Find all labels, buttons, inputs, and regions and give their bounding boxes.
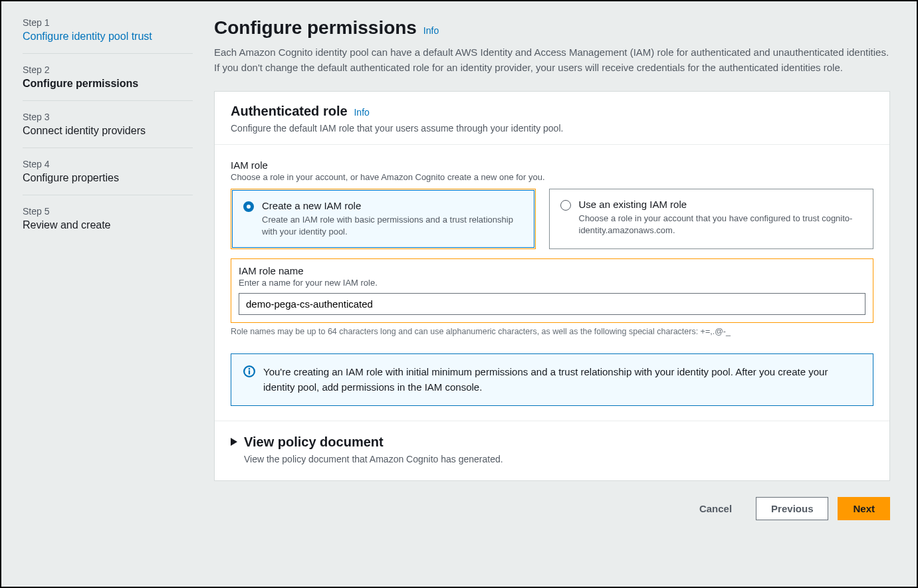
step-2-title: Configure permissions	[23, 78, 193, 90]
role-name-label: IAM role name	[239, 265, 865, 276]
step-4-title: Configure properties	[23, 172, 193, 184]
step-3-title: Connect identity providers	[23, 125, 193, 137]
iam-role-options: Create a new IAM role Create an IAM role…	[231, 189, 873, 249]
card-info-link[interactable]: Info	[354, 107, 369, 118]
cancel-button[interactable]: Cancel	[685, 498, 746, 520]
iam-role-name-field: IAM role name Enter a name for your new …	[232, 260, 872, 322]
step-1-number: Step 1	[23, 17, 193, 28]
step-4-number: Step 4	[23, 159, 193, 169]
role-name-desc: Enter a name for your new IAM role.	[239, 278, 865, 288]
radio-icon	[560, 200, 571, 211]
card-description: Configure the default IAM role that your…	[231, 123, 873, 134]
info-alert: You're creating an IAM role with initial…	[231, 353, 873, 406]
alert-text: You're creating an IAM role with initial…	[263, 365, 861, 395]
previous-button[interactable]: Previous	[756, 497, 828, 520]
card-title: Authenticated role	[231, 104, 348, 118]
svg-rect-2	[249, 371, 250, 375]
svg-point-1	[249, 368, 251, 370]
step-3[interactable]: Step 3 Connect identity providers	[23, 112, 193, 148]
radio-existing-title: Use an existing IAM role	[579, 199, 863, 210]
radio-create-title: Create a new IAM role	[262, 200, 523, 211]
page-description: Each Amazon Cognito identity pool can ha…	[214, 45, 890, 75]
step-1-title: Configure identity pool trust	[23, 31, 193, 43]
page-title: Configure permissions	[214, 17, 417, 38]
svg-marker-3	[231, 438, 237, 446]
create-role-highlight: Create a new IAM role Create an IAM role…	[231, 189, 536, 249]
policy-title: View policy document	[244, 435, 384, 450]
step-2[interactable]: Step 2 Configure permissions	[23, 64, 193, 101]
role-name-constraint: Role names may be up to 64 characters lo…	[231, 327, 873, 336]
policy-document-toggle[interactable]: View policy document	[231, 435, 873, 450]
step-3-number: Step 3	[23, 112, 193, 122]
step-2-number: Step 2	[23, 64, 193, 75]
step-5-number: Step 5	[23, 206, 193, 217]
main-content: Configure permissions Info Each Amazon C…	[214, 1, 917, 587]
caret-right-icon	[231, 438, 237, 447]
policy-desc: View the policy document that Amazon Cog…	[244, 454, 873, 464]
next-button[interactable]: Next	[838, 497, 890, 520]
step-5-title: Review and create	[23, 219, 193, 231]
radio-icon	[243, 201, 254, 212]
radio-create-desc: Create an IAM role with basic permission…	[262, 214, 523, 238]
iam-role-label: IAM role	[231, 159, 873, 171]
wizard-steps-nav: Step 1 Configure identity pool trust Ste…	[1, 1, 214, 587]
footer-actions: Cancel Previous Next	[214, 497, 890, 520]
step-4[interactable]: Step 4 Configure properties	[23, 159, 193, 195]
info-icon	[243, 365, 255, 395]
role-name-input[interactable]	[239, 293, 865, 315]
card-body: IAM role Choose a role in your account, …	[215, 145, 889, 421]
step-1[interactable]: Step 1 Configure identity pool trust	[23, 17, 193, 54]
page-info-link[interactable]: Info	[423, 25, 439, 36]
iam-role-field: IAM role Choose a role in your account, …	[231, 159, 873, 249]
policy-document-section: View policy document View the policy doc…	[215, 421, 889, 480]
page-header: Configure permissions Info Each Amazon C…	[214, 17, 890, 75]
authenticated-role-card: Authenticated role Info Configure the de…	[214, 91, 890, 481]
role-name-highlight: IAM role name Enter a name for your new …	[231, 258, 873, 323]
iam-role-desc: Choose a role in your account, or have A…	[231, 172, 873, 182]
radio-create-new-role[interactable]: Create a new IAM role Create an IAM role…	[232, 190, 534, 248]
step-5[interactable]: Step 5 Review and create	[23, 206, 193, 242]
radio-use-existing-role[interactable]: Use an existing IAM role Choose a role i…	[549, 189, 874, 249]
radio-existing-desc: Choose a role in your account that you h…	[579, 213, 863, 237]
card-header: Authenticated role Info Configure the de…	[215, 92, 889, 145]
